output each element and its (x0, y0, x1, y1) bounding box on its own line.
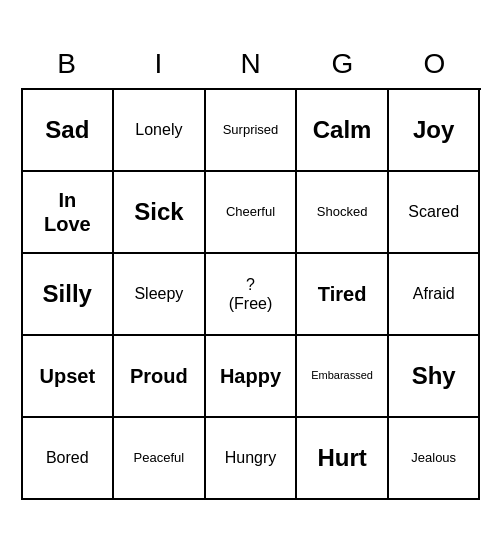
bingo-header: BINGO (21, 44, 481, 84)
cell-text-0-2: Surprised (223, 122, 279, 138)
bingo-cell-2-1: Sleepy (114, 254, 206, 336)
cell-text-1-1: Sick (134, 198, 183, 227)
bingo-cell-2-4: Afraid (389, 254, 481, 336)
bingo-cell-3-2: Happy (206, 336, 298, 418)
header-letter-G: G (297, 44, 389, 84)
bingo-cell-1-3: Shocked (297, 172, 389, 254)
bingo-cell-2-3: Tired (297, 254, 389, 336)
header-letter-O: O (389, 44, 481, 84)
bingo-cell-0-3: Calm (297, 90, 389, 172)
cell-text-2-4: Afraid (413, 284, 455, 303)
bingo-cell-3-4: Shy (389, 336, 481, 418)
header-letter-B: B (21, 44, 113, 84)
bingo-cell-4-1: Peaceful (114, 418, 206, 500)
cell-text-2-3: Tired (318, 282, 367, 306)
cell-text-3-1: Proud (130, 364, 188, 388)
cell-text-3-4: Shy (412, 362, 456, 391)
bingo-cell-0-4: Joy (389, 90, 481, 172)
header-letter-I: I (113, 44, 205, 84)
cell-text-2-1: Sleepy (134, 284, 183, 303)
bingo-grid: SadLonelySurprisedCalmJoyIn LoveSickChee… (21, 88, 481, 500)
cell-text-4-1: Peaceful (134, 450, 185, 466)
bingo-cell-1-1: Sick (114, 172, 206, 254)
cell-text-1-4: Scared (408, 202, 459, 221)
bingo-cell-4-3: Hurt (297, 418, 389, 500)
cell-text-0-4: Joy (413, 116, 454, 145)
bingo-cell-3-3: Embarassed (297, 336, 389, 418)
cell-text-1-0: In Love (44, 188, 91, 236)
header-letter-N: N (205, 44, 297, 84)
bingo-cell-2-2: ? (Free) (206, 254, 298, 336)
cell-text-1-2: Cheerful (226, 204, 275, 220)
bingo-cell-1-2: Cheerful (206, 172, 298, 254)
cell-text-4-0: Bored (46, 448, 89, 467)
bingo-cell-4-0: Bored (23, 418, 115, 500)
bingo-cell-1-0: In Love (23, 172, 115, 254)
bingo-cell-0-2: Surprised (206, 90, 298, 172)
cell-text-2-0: Silly (43, 280, 92, 309)
cell-text-4-2: Hungry (225, 448, 277, 467)
bingo-cell-2-0: Silly (23, 254, 115, 336)
cell-text-4-3: Hurt (317, 444, 366, 473)
cell-text-2-2: ? (Free) (229, 275, 273, 313)
cell-text-3-0: Upset (40, 364, 96, 388)
cell-text-3-2: Happy (220, 364, 281, 388)
bingo-cell-3-1: Proud (114, 336, 206, 418)
bingo-cell-0-0: Sad (23, 90, 115, 172)
cell-text-0-1: Lonely (135, 120, 182, 139)
cell-text-1-3: Shocked (317, 204, 368, 220)
bingo-cell-4-4: Jealous (389, 418, 481, 500)
cell-text-4-4: Jealous (411, 450, 456, 466)
bingo-cell-1-4: Scared (389, 172, 481, 254)
bingo-cell-3-0: Upset (23, 336, 115, 418)
cell-text-0-3: Calm (313, 116, 372, 145)
bingo-cell-0-1: Lonely (114, 90, 206, 172)
cell-text-3-3: Embarassed (311, 369, 373, 382)
cell-text-0-0: Sad (45, 116, 89, 145)
bingo-card: BINGO SadLonelySurprisedCalmJoyIn LoveSi… (11, 34, 491, 510)
bingo-cell-4-2: Hungry (206, 418, 298, 500)
